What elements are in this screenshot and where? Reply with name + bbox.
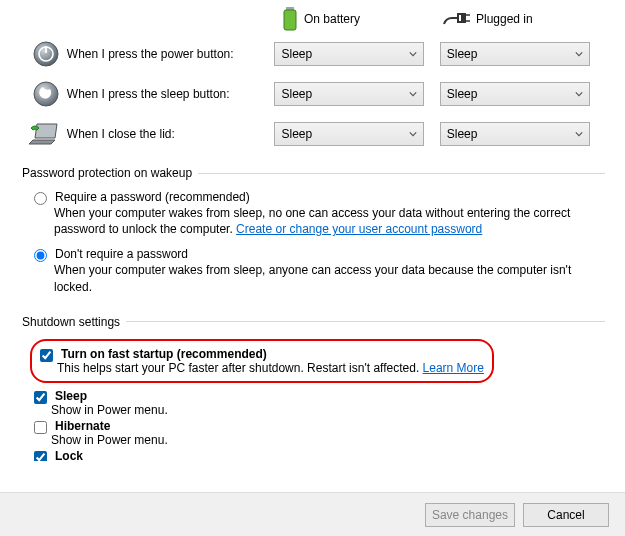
require-password-label: Require a password (recommended) <box>55 190 250 204</box>
learn-more-link[interactable]: Learn More <box>423 361 484 375</box>
svg-rect-1 <box>284 10 296 30</box>
lock-label: Lock <box>55 449 83 461</box>
hibernate-checkbox[interactable] <box>34 421 47 434</box>
plug-icon <box>442 10 470 28</box>
chevron-down-icon <box>575 130 583 138</box>
dont-require-password-radio[interactable] <box>34 249 47 262</box>
lid-icon <box>20 122 67 146</box>
fast-startup-desc: This helps start your PC faster after sh… <box>57 361 484 375</box>
chevron-down-icon <box>409 90 417 98</box>
hibernate-label: Hibernate <box>55 419 168 433</box>
shutdown-settings-legend: Shutdown settings <box>20 315 126 329</box>
sleep-icon <box>20 81 67 107</box>
power-icon <box>20 41 67 67</box>
sleep-button-label: When I press the sleep button: <box>67 87 275 101</box>
footer-bar: Save changes Cancel <box>0 492 625 536</box>
dont-require-password-desc: When your computer wakes from sleep, any… <box>20 262 605 302</box>
sleep-button-battery-dropdown[interactable]: Sleep <box>274 82 424 106</box>
column-headers: On battery Plugged in <box>20 0 605 34</box>
dont-require-password-label: Don't require a password <box>55 247 188 261</box>
chevron-down-icon <box>575 50 583 58</box>
lid-row: When I close the lid: Sleep Sleep <box>20 114 605 154</box>
shutdown-settings-group: Shutdown settings Turn on fast startup (… <box>20 315 605 461</box>
create-password-link[interactable]: Create or change your user account passw… <box>236 222 482 236</box>
lock-checkbox[interactable] <box>34 451 47 461</box>
require-password-desc: When your computer wakes from sleep, no … <box>20 205 605 245</box>
battery-icon <box>282 7 298 31</box>
fast-startup-checkbox[interactable] <box>40 349 53 362</box>
power-button-plugged-dropdown[interactable]: Sleep <box>440 42 590 66</box>
power-button-row: When I press the power button: Sleep Sle… <box>20 34 605 74</box>
sleep-desc: Show in Power menu. <box>51 403 168 417</box>
require-password-radio[interactable] <box>34 192 47 205</box>
battery-column-header: On battery <box>282 7 442 31</box>
cancel-button[interactable]: Cancel <box>523 503 609 527</box>
sleep-button-row: When I press the sleep button: Sleep Sle… <box>20 74 605 114</box>
power-button-label: When I press the power button: <box>67 47 275 61</box>
lid-plugged-dropdown[interactable]: Sleep <box>440 122 590 146</box>
hibernate-desc: Show in Power menu. <box>51 433 168 447</box>
power-button-battery-dropdown[interactable]: Sleep <box>274 42 424 66</box>
chevron-down-icon <box>409 130 417 138</box>
sleep-button-plugged-dropdown[interactable]: Sleep <box>440 82 590 106</box>
chevron-down-icon <box>409 50 417 58</box>
plugged-column-header: Plugged in <box>442 10 602 28</box>
sleep-checkbox[interactable] <box>34 391 47 404</box>
password-protection-group: Password protection on wakeup Require a … <box>20 166 605 303</box>
lid-label: When I close the lid: <box>67 127 275 141</box>
fast-startup-highlight: Turn on fast startup (recommended) This … <box>30 339 494 383</box>
sleep-label: Sleep <box>55 389 168 403</box>
fast-startup-label: Turn on fast startup (recommended) <box>61 347 484 361</box>
password-protection-legend: Password protection on wakeup <box>20 166 198 180</box>
svg-rect-2 <box>462 13 466 23</box>
save-changes-button[interactable]: Save changes <box>425 503 515 527</box>
lid-battery-dropdown[interactable]: Sleep <box>274 122 424 146</box>
svg-point-5 <box>34 42 58 66</box>
chevron-down-icon <box>575 90 583 98</box>
